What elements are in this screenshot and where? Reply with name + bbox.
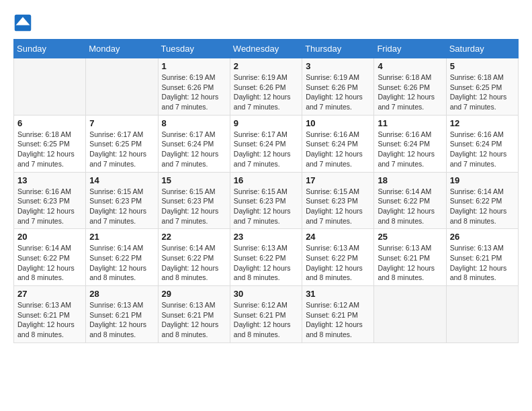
day-number: 19 xyxy=(450,175,515,185)
logo-icon xyxy=(13,13,32,32)
day-info: Sunrise: 6:19 AM Sunset: 6:26 PM Dayligh… xyxy=(162,73,226,112)
day-info: Sunrise: 6:15 AM Sunset: 6:23 PM Dayligh… xyxy=(89,187,154,226)
day-number: 23 xyxy=(234,232,298,242)
day-number: 14 xyxy=(89,175,154,185)
day-info: Sunrise: 6:18 AM Sunset: 6:26 PM Dayligh… xyxy=(378,73,442,112)
day-cell: 31Sunrise: 6:12 AM Sunset: 6:21 PM Dayli… xyxy=(302,286,374,343)
day-info: Sunrise: 6:13 AM Sunset: 6:21 PM Dayligh… xyxy=(17,300,82,340)
week-row-1: 1Sunrise: 6:19 AM Sunset: 6:26 PM Daylig… xyxy=(14,58,519,116)
day-info: Sunrise: 6:14 AM Sunset: 6:22 PM Dayligh… xyxy=(450,187,515,226)
day-number: 2 xyxy=(234,61,298,71)
day-info: Sunrise: 6:13 AM Sunset: 6:21 PM Dayligh… xyxy=(89,300,154,340)
col-header-tuesday: Tuesday xyxy=(158,40,230,58)
day-info: Sunrise: 6:17 AM Sunset: 6:25 PM Dayligh… xyxy=(89,130,154,169)
day-cell: 24Sunrise: 6:13 AM Sunset: 6:22 PM Dayli… xyxy=(302,229,374,286)
day-cell: 13Sunrise: 6:16 AM Sunset: 6:23 PM Dayli… xyxy=(14,172,86,229)
day-cell: 15Sunrise: 6:15 AM Sunset: 6:23 PM Dayli… xyxy=(158,172,230,229)
day-cell: 17Sunrise: 6:15 AM Sunset: 6:23 PM Dayli… xyxy=(302,172,374,229)
day-cell: 11Sunrise: 6:16 AM Sunset: 6:24 PM Dayli… xyxy=(374,115,446,172)
day-number: 30 xyxy=(234,289,298,299)
day-cell xyxy=(14,58,86,116)
day-info: Sunrise: 6:17 AM Sunset: 6:24 PM Dayligh… xyxy=(162,130,226,169)
day-number: 13 xyxy=(17,175,82,185)
day-number: 8 xyxy=(162,118,226,128)
day-cell xyxy=(86,58,158,116)
day-cell: 30Sunrise: 6:12 AM Sunset: 6:21 PM Dayli… xyxy=(230,286,302,343)
day-cell: 27Sunrise: 6:13 AM Sunset: 6:21 PM Dayli… xyxy=(14,286,86,343)
col-header-thursday: Thursday xyxy=(302,40,374,58)
day-number: 1 xyxy=(162,61,226,71)
day-number: 27 xyxy=(17,289,82,299)
day-info: Sunrise: 6:18 AM Sunset: 6:25 PM Dayligh… xyxy=(17,130,82,169)
day-number: 29 xyxy=(162,289,226,299)
day-number: 5 xyxy=(450,61,515,71)
col-header-sunday: Sunday xyxy=(14,40,86,58)
day-info: Sunrise: 6:15 AM Sunset: 6:23 PM Dayligh… xyxy=(306,187,370,226)
day-number: 15 xyxy=(162,175,226,185)
day-info: Sunrise: 6:12 AM Sunset: 6:21 PM Dayligh… xyxy=(234,300,298,340)
day-info: Sunrise: 6:16 AM Sunset: 6:24 PM Dayligh… xyxy=(306,130,370,169)
day-number: 16 xyxy=(234,175,298,185)
day-cell: 21Sunrise: 6:14 AM Sunset: 6:22 PM Dayli… xyxy=(86,229,158,286)
day-info: Sunrise: 6:16 AM Sunset: 6:23 PM Dayligh… xyxy=(17,187,82,226)
logo xyxy=(13,13,35,32)
col-header-saturday: Saturday xyxy=(446,40,518,58)
day-number: 31 xyxy=(306,289,370,299)
day-info: Sunrise: 6:17 AM Sunset: 6:24 PM Dayligh… xyxy=(234,130,298,169)
day-cell: 22Sunrise: 6:14 AM Sunset: 6:22 PM Dayli… xyxy=(158,229,230,286)
col-header-monday: Monday xyxy=(86,40,158,58)
day-cell: 28Sunrise: 6:13 AM Sunset: 6:21 PM Dayli… xyxy=(86,286,158,343)
day-number: 22 xyxy=(162,232,226,242)
day-cell xyxy=(374,286,446,343)
day-number: 10 xyxy=(306,118,370,128)
page-header xyxy=(13,13,519,32)
calendar-table: SundayMondayTuesdayWednesdayThursdayFrid… xyxy=(13,39,519,343)
day-info: Sunrise: 6:19 AM Sunset: 6:26 PM Dayligh… xyxy=(306,73,370,112)
day-cell: 10Sunrise: 6:16 AM Sunset: 6:24 PM Dayli… xyxy=(302,115,374,172)
day-info: Sunrise: 6:13 AM Sunset: 6:22 PM Dayligh… xyxy=(234,243,298,283)
header-row: SundayMondayTuesdayWednesdayThursdayFrid… xyxy=(14,40,519,58)
day-info: Sunrise: 6:12 AM Sunset: 6:21 PM Dayligh… xyxy=(306,300,370,340)
day-cell: 18Sunrise: 6:14 AM Sunset: 6:22 PM Dayli… xyxy=(374,172,446,229)
day-number: 25 xyxy=(378,232,442,242)
day-cell: 29Sunrise: 6:13 AM Sunset: 6:21 PM Dayli… xyxy=(158,286,230,343)
col-header-friday: Friday xyxy=(374,40,446,58)
day-cell: 4Sunrise: 6:18 AM Sunset: 6:26 PM Daylig… xyxy=(374,58,446,116)
day-cell: 5Sunrise: 6:18 AM Sunset: 6:25 PM Daylig… xyxy=(446,58,518,116)
day-info: Sunrise: 6:16 AM Sunset: 6:24 PM Dayligh… xyxy=(450,130,515,169)
week-row-5: 27Sunrise: 6:13 AM Sunset: 6:21 PM Dayli… xyxy=(14,286,519,343)
day-cell: 20Sunrise: 6:14 AM Sunset: 6:22 PM Dayli… xyxy=(14,229,86,286)
day-cell xyxy=(446,286,518,343)
day-cell: 6Sunrise: 6:18 AM Sunset: 6:25 PM Daylig… xyxy=(14,115,86,172)
day-cell: 23Sunrise: 6:13 AM Sunset: 6:22 PM Dayli… xyxy=(230,229,302,286)
week-row-2: 6Sunrise: 6:18 AM Sunset: 6:25 PM Daylig… xyxy=(14,115,519,172)
day-number: 9 xyxy=(234,118,298,128)
day-cell: 1Sunrise: 6:19 AM Sunset: 6:26 PM Daylig… xyxy=(158,58,230,116)
day-cell: 3Sunrise: 6:19 AM Sunset: 6:26 PM Daylig… xyxy=(302,58,374,116)
day-info: Sunrise: 6:14 AM Sunset: 6:22 PM Dayligh… xyxy=(17,243,82,283)
day-info: Sunrise: 6:13 AM Sunset: 6:22 PM Dayligh… xyxy=(306,243,370,283)
col-header-wednesday: Wednesday xyxy=(230,40,302,58)
day-cell: 25Sunrise: 6:13 AM Sunset: 6:21 PM Dayli… xyxy=(374,229,446,286)
day-number: 12 xyxy=(450,118,515,128)
day-number: 17 xyxy=(306,175,370,185)
day-cell: 8Sunrise: 6:17 AM Sunset: 6:24 PM Daylig… xyxy=(158,115,230,172)
day-info: Sunrise: 6:13 AM Sunset: 6:21 PM Dayligh… xyxy=(378,243,442,283)
day-number: 26 xyxy=(450,232,515,242)
day-info: Sunrise: 6:16 AM Sunset: 6:24 PM Dayligh… xyxy=(378,130,442,169)
day-number: 6 xyxy=(17,118,82,128)
day-cell: 9Sunrise: 6:17 AM Sunset: 6:24 PM Daylig… xyxy=(230,115,302,172)
day-number: 3 xyxy=(306,61,370,71)
day-number: 21 xyxy=(89,232,154,242)
day-cell: 16Sunrise: 6:15 AM Sunset: 6:23 PM Dayli… xyxy=(230,172,302,229)
day-number: 18 xyxy=(378,175,442,185)
day-info: Sunrise: 6:13 AM Sunset: 6:21 PM Dayligh… xyxy=(162,300,226,340)
day-cell: 19Sunrise: 6:14 AM Sunset: 6:22 PM Dayli… xyxy=(446,172,518,229)
day-info: Sunrise: 6:18 AM Sunset: 6:25 PM Dayligh… xyxy=(450,73,515,112)
day-info: Sunrise: 6:14 AM Sunset: 6:22 PM Dayligh… xyxy=(89,243,154,283)
day-info: Sunrise: 6:13 AM Sunset: 6:21 PM Dayligh… xyxy=(450,243,515,283)
day-number: 24 xyxy=(306,232,370,242)
day-number: 28 xyxy=(89,289,154,299)
day-info: Sunrise: 6:15 AM Sunset: 6:23 PM Dayligh… xyxy=(162,187,226,226)
day-number: 4 xyxy=(378,61,442,71)
